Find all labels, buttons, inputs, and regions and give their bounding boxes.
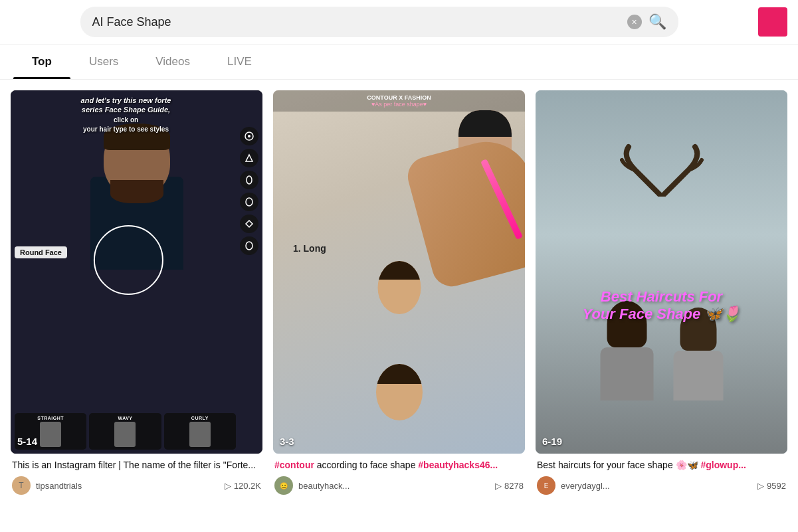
play-icon-1: ▷ xyxy=(225,481,231,491)
svg-point-3 xyxy=(247,176,252,184)
search-input[interactable] xyxy=(92,15,627,29)
video-overlay-text-1: and let's try this new forteseries Face … xyxy=(15,96,237,133)
video-badge-3: 6-19 xyxy=(542,436,562,447)
clear-button[interactable]: × xyxy=(627,15,642,29)
tab-live[interactable]: LIVE xyxy=(209,44,270,79)
round-face-tag: Round Face xyxy=(15,246,67,258)
video-title-1: This is an Instagram filter | The name o… xyxy=(12,459,261,472)
shape-icons-sidebar xyxy=(240,127,258,255)
play-count-2: ▷ 8278 xyxy=(495,481,524,491)
profile-button[interactable] xyxy=(758,7,787,37)
search-icon: 🔍 xyxy=(648,13,666,30)
video-info-2: #contour according to face shape #beauty… xyxy=(273,454,525,499)
channel-name-1: tipsandtrials xyxy=(36,481,219,491)
avatar-3: E xyxy=(537,476,555,495)
content-area: and let's try this new forteseries Face … xyxy=(0,80,798,499)
svg-point-6 xyxy=(246,242,252,250)
video-card-1[interactable]: and let's try this new forteseries Face … xyxy=(11,90,262,499)
tab-users[interactable]: Users xyxy=(70,44,137,79)
contour-header: CONTOUR X FASHION ♥As per face shape♥ xyxy=(273,90,525,112)
avatar-1: T xyxy=(12,476,31,495)
video-info-3: Best haircuts for your face shape 🌸🦋 #gl… xyxy=(536,454,787,499)
thumbnail-2: CONTOUR X FASHION ♥As per face shape♥ 1.… xyxy=(273,90,525,454)
face-num-label: 1. Long xyxy=(293,243,326,254)
thumbnail-1: and let's try this new forteseries Face … xyxy=(11,90,262,454)
video-title-2: #contour according to face shape #beauty… xyxy=(274,459,524,472)
video-meta-3: E everydaygl... ▷ 9592 xyxy=(537,476,786,495)
channel-name-3: everydaygl... xyxy=(561,481,752,491)
thumbnail-3: Best Haircuts For Your Face Shape 🦋🌷 6-1… xyxy=(536,90,787,454)
face-circle-overlay xyxy=(93,225,163,295)
video-card-3[interactable]: Best Haircuts For Your Face Shape 🦋🌷 6-1… xyxy=(536,90,787,499)
hair-decoration xyxy=(615,143,708,199)
clear-icon: × xyxy=(631,17,637,27)
header: × 🔍 xyxy=(0,0,798,44)
haircuts-text-overlay: Best Haircuts For Your Face Shape 🦋🌷 xyxy=(541,288,782,323)
video-meta-2: 😐 beautyhack... ▷ 8278 xyxy=(274,476,524,495)
video-badge-2: 3-3 xyxy=(280,436,294,447)
face-oval xyxy=(377,261,421,314)
search-container: × 🔍 xyxy=(80,7,678,37)
video-meta-1: T tipsandtrials ▷ 120.2K xyxy=(12,476,261,495)
video-badge-1: 5-14 xyxy=(17,436,37,447)
video-title-3: Best haircuts for your face shape 🌸🦋 #gl… xyxy=(537,459,786,472)
play-icon-2: ▷ xyxy=(495,481,502,491)
search-button[interactable]: 🔍 xyxy=(648,13,666,31)
svg-point-1 xyxy=(248,135,250,137)
svg-point-4 xyxy=(246,198,252,206)
tabs-bar: Top Users Videos LIVE xyxy=(0,44,798,80)
svg-marker-2 xyxy=(246,155,252,161)
video-card-2[interactable]: CONTOUR X FASHION ♥As per face shape♥ 1.… xyxy=(273,90,525,499)
tab-videos[interactable]: Videos xyxy=(137,44,209,79)
svg-marker-5 xyxy=(246,221,252,227)
avatar-2: 😐 xyxy=(274,476,293,495)
play-count-3: ▷ 9592 xyxy=(757,481,786,491)
play-count-1: ▷ 120.2K xyxy=(225,481,261,491)
face-card-bottom xyxy=(376,364,423,420)
tab-top[interactable]: Top xyxy=(13,44,70,79)
video-grid: and let's try this new forteseries Face … xyxy=(11,90,787,499)
play-icon-3: ▷ xyxy=(757,481,764,491)
channel-name-2: beautyhack... xyxy=(298,481,490,491)
video-info-1: This is an Instagram filter | The name o… xyxy=(11,454,262,499)
hair-choices: STRAIGHT WAVY CURLY xyxy=(15,413,236,450)
